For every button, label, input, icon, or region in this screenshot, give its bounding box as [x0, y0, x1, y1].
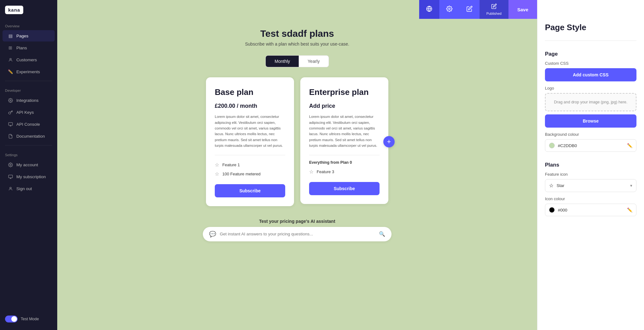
feature-label: Feature 3 — [317, 169, 334, 174]
test-mode-toggle[interactable] — [5, 316, 18, 322]
right-panel: Page Style Page Custom CSS Add custom CS… — [537, 0, 644, 330]
globe-button[interactable] — [419, 0, 439, 19]
bg-colour-label: Background colour — [545, 132, 636, 137]
svg-point-1 — [10, 100, 11, 101]
add-custom-css-button[interactable]: Add custom CSS — [545, 68, 636, 81]
overview-label: Overview — [0, 20, 57, 30]
test-mode-row: Test Mode — [3, 313, 55, 325]
chevron-down-icon: ▾ — [630, 183, 632, 188]
sidebar-item-my-subscription[interactable]: My subscription — [3, 171, 55, 182]
icon-colour-edit-icon[interactable]: ✏️ — [627, 207, 632, 212]
plan-feature: ☆ Feature 3 — [309, 167, 380, 176]
search-icon[interactable]: 🔍 — [379, 231, 385, 237]
plan-name: Base plan — [215, 87, 285, 97]
developer-label: Developer — [0, 84, 57, 94]
sidebar-item-label: API Keys — [16, 110, 34, 115]
editor-button[interactable] — [459, 0, 480, 19]
plan-name: Enterprise plan — [309, 87, 380, 97]
divider — [5, 81, 52, 81]
pages-icon: ▤ — [8, 33, 13, 39]
ai-search-input[interactable] — [220, 232, 375, 236]
plan-price: Add price — [309, 103, 380, 109]
subscribe-button-enterprise[interactable]: Subscribe — [309, 182, 380, 195]
sidebar-logo: kana — [0, 0, 57, 20]
sign-out-icon — [8, 186, 13, 191]
feature-star-icon: ☆ — [215, 171, 219, 177]
billing-toggle: Monthly Yearly — [265, 55, 329, 67]
svg-point-7 — [10, 187, 11, 189]
feature-icon-value: Star — [557, 183, 627, 188]
plan-feature: ☆ Feature 1 — [215, 160, 285, 169]
logo: kana — [5, 6, 23, 14]
sidebar-item-plans[interactable]: ⊞ Plans — [3, 42, 55, 53]
save-button[interactable]: Save — [508, 0, 537, 19]
sidebar-item-sign-out[interactable]: Sign out — [3, 183, 55, 194]
sidebar-item-experiments[interactable]: ✏️ Experiments — [3, 66, 55, 77]
sidebar: kana Overview ▤ Pages ⊞ Plans Customers … — [0, 0, 57, 330]
plans-section-title: Plans — [545, 162, 636, 168]
sidebar-item-label: Plans — [16, 46, 27, 50]
plan-divider — [309, 155, 380, 155]
sidebar-item-integrations[interactable]: Integrations — [3, 95, 55, 106]
sidebar-item-customers[interactable]: Customers — [3, 54, 55, 65]
plan-description: Lorem ipsum dolor sit amet, consectetur … — [215, 114, 285, 148]
plan-divider — [215, 155, 285, 155]
panel-divider — [545, 41, 636, 41]
sidebar-item-api-console[interactable]: API Console — [3, 118, 55, 130]
feature-label: 100 Feature metered — [222, 172, 260, 176]
logo-label: Logo — [545, 86, 636, 91]
plan-description: Lorem ipsum dolor sit amet, consectetur … — [309, 114, 380, 148]
published-label: Published — [486, 12, 502, 15]
plan-card-enterprise: Enterprise plan Add price Lorem ipsum do… — [300, 77, 388, 204]
add-plan-button[interactable]: + — [383, 136, 395, 147]
browse-button[interactable]: Browse — [545, 114, 636, 128]
plan-card-base: Base plan £200.00 / month Lorem ipsum do… — [206, 77, 294, 206]
svg-point-10 — [448, 8, 450, 9]
globe-icon — [426, 6, 432, 14]
top-bar: Published Save — [419, 0, 537, 19]
feature-label: Feature 1 — [222, 162, 240, 167]
plan-feature: ☆ 100 Feature metered — [215, 169, 285, 179]
my-subscription-icon — [8, 174, 13, 179]
sidebar-item-label: My subscription — [16, 174, 46, 179]
feature-star-icon: ☆ — [309, 169, 314, 175]
subscribe-button-base[interactable]: Subscribe — [215, 184, 285, 197]
custom-css-label: Custom CSS — [545, 61, 636, 66]
settings-button[interactable] — [439, 0, 459, 19]
page-area: Test sdadf plans Subscribe with a plan w… — [57, 0, 537, 330]
chat-icon: 💬 — [209, 231, 216, 238]
sidebar-item-label: Sign out — [16, 186, 32, 191]
feature-star-icon: ☆ — [215, 162, 219, 168]
sidebar-item-label: Pages — [16, 34, 28, 38]
svg-point-0 — [10, 58, 11, 60]
toggle-knob — [11, 316, 17, 322]
sidebar-item-pages[interactable]: ▤ Pages — [3, 30, 55, 41]
feature-icon-dropdown[interactable]: ☆ Star ▾ — [545, 179, 636, 192]
documentation-icon — [8, 133, 13, 139]
bg-colour-dot — [549, 143, 555, 148]
sidebar-item-label: Experiments — [16, 69, 40, 74]
sidebar-item-my-account[interactable]: My account — [3, 159, 55, 170]
integrations-icon — [8, 97, 13, 103]
customers-icon — [8, 57, 13, 63]
sidebar-item-label: Customers — [16, 58, 37, 62]
billing-monthly[interactable]: Monthly — [266, 56, 299, 67]
bg-colour-edit-icon[interactable]: ✏️ — [627, 143, 632, 148]
svg-rect-2 — [8, 122, 13, 125]
icon-colour-input-row: #000 ✏️ — [545, 204, 636, 216]
billing-yearly[interactable]: Yearly — [299, 56, 328, 67]
bg-colour-input-row: #C2DDB0 ✏️ — [545, 139, 636, 152]
panel-title: Page Style — [545, 23, 636, 32]
star-icon: ☆ — [549, 183, 553, 189]
ai-input-row: 💬 🔍 — [203, 227, 391, 241]
sidebar-item-api-keys[interactable]: API Keys — [3, 107, 55, 118]
main-content: Published Save Test sdadf plans Subscrib… — [57, 0, 537, 330]
experiments-icon: ✏️ — [8, 69, 13, 74]
bg-colour-value: #C2DDB0 — [558, 143, 624, 148]
plans-icon: ⊞ — [8, 45, 13, 51]
page-subtitle: Subscribe with a plan which best suits y… — [245, 41, 349, 47]
ai-assistant-label: Test your pricing page's AI assistant — [259, 219, 335, 224]
sidebar-item-documentation[interactable]: Documentation — [3, 130, 55, 142]
logo-drop-zone[interactable]: Drag and drop your image (png, jpg) here… — [545, 93, 636, 111]
divider-2 — [5, 145, 52, 146]
